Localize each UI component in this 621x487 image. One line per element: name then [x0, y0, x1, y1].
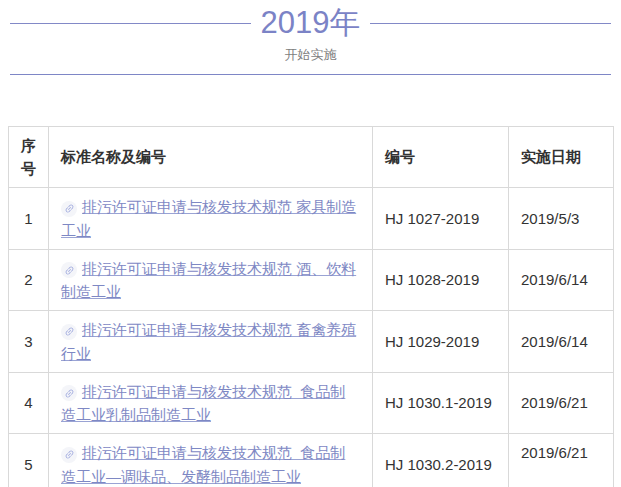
row-index-cell: 4	[9, 372, 49, 434]
page-subtitle: 开始实施	[0, 46, 621, 64]
standard-link[interactable]: 排污许可证申请与核发技术规范 畜禽养殖行业	[61, 321, 356, 361]
standard-link[interactable]: 排污许可证申请与核发技术规范 食品制造工业乳制品制造工业	[61, 383, 345, 423]
year-header: 2019年 开始实施	[0, 0, 621, 75]
header-divider	[10, 74, 611, 75]
table-header-row: 序号 标准名称及编号 编号 实施日期	[9, 126, 614, 188]
standard-link[interactable]: 排污许可证申请与核发技术规范 家具制造工业	[61, 198, 356, 238]
standard-code-cell: HJ 1030.1-2019	[373, 372, 509, 434]
standard-name-cell: 排污许可证申请与核发技术规范 酒、饮料制造工业	[49, 249, 373, 311]
page-title: 2019年	[251, 4, 371, 43]
standard-link-label: 排污许可证申请与核发技术规范 食品制造工业—调味品、发酵制品制造工业	[61, 444, 345, 484]
standard-name-cell: 排污许可证申请与核发技术规范 食品制造工业—调味品、发酵制品制造工业	[49, 434, 373, 487]
link-icon	[61, 447, 77, 463]
standard-link-label: 排污许可证申请与核发技术规范 酒、饮料制造工业	[61, 260, 356, 300]
column-header-code: 编号	[373, 126, 509, 188]
implementation-date-cell: 2019/6/14	[509, 249, 614, 311]
column-header-date: 实施日期	[509, 126, 614, 188]
title-row: 2019年	[10, 4, 611, 43]
column-header-name: 标准名称及编号	[49, 126, 373, 188]
standard-link[interactable]: 排污许可证申请与核发技术规范 食品制造工业—调味品、发酵制品制造工业	[61, 444, 345, 484]
row-index-cell: 1	[9, 188, 49, 250]
implementation-date-cell: 2019/5/3	[509, 188, 614, 250]
link-icon	[61, 385, 77, 401]
link-icon	[61, 324, 77, 340]
table-row: 3 排污许可证申请与核发技术规范 畜禽养殖行业 HJ 1029-2019 201…	[9, 311, 614, 373]
title-rule-right	[370, 23, 611, 24]
column-header-index: 序号	[9, 126, 49, 188]
standard-link[interactable]: 排污许可证申请与核发技术规范 酒、饮料制造工业	[61, 260, 356, 300]
row-index-cell: 5	[9, 434, 49, 487]
page: 2019年 开始实施 序号 标准名称及编号 编号 实施日期 1 排污许可证申请与…	[0, 0, 621, 487]
standard-code-cell: HJ 1028-2019	[373, 249, 509, 311]
implementation-date-cell: 2019/6/21	[509, 434, 614, 487]
standard-code-cell: HJ 1029-2019	[373, 311, 509, 373]
standard-name-cell: 排污许可证申请与核发技术规范 畜禽养殖行业	[49, 311, 373, 373]
link-icon	[61, 201, 77, 217]
standard-name-cell: 排污许可证申请与核发技术规范 食品制造工业乳制品制造工业	[49, 372, 373, 434]
implementation-date-cell: 2019/6/14	[509, 311, 614, 373]
standard-link-label: 排污许可证申请与核发技术规范 家具制造工业	[61, 198, 356, 238]
standard-code-cell: HJ 1027-2019	[373, 188, 509, 250]
table-row: 1 排污许可证申请与核发技术规范 家具制造工业 HJ 1027-2019 201…	[9, 188, 614, 250]
implementation-date-cell: 2019/6/21	[509, 372, 614, 434]
standard-name-cell: 排污许可证申请与核发技术规范 家具制造工业	[49, 188, 373, 250]
standards-table: 序号 标准名称及编号 编号 实施日期 1 排污许可证申请与核发技术规范 家具制造…	[8, 126, 614, 487]
standard-code-cell: HJ 1030.2-2019	[373, 434, 509, 487]
link-icon	[61, 262, 77, 278]
table-row: 2 排污许可证申请与核发技术规范 酒、饮料制造工业 HJ 1028-2019 2…	[9, 249, 614, 311]
row-index-cell: 2	[9, 249, 49, 311]
table-row: 4 排污许可证申请与核发技术规范 食品制造工业乳制品制造工业 HJ 1030.1…	[9, 372, 614, 434]
standard-link-label: 排污许可证申请与核发技术规范 食品制造工业乳制品制造工业	[61, 383, 345, 423]
row-index-cell: 3	[9, 311, 49, 373]
table-row: 5 排污许可证申请与核发技术规范 食品制造工业—调味品、发酵制品制造工业 HJ …	[9, 434, 614, 487]
title-rule-left	[10, 23, 251, 24]
standard-link-label: 排污许可证申请与核发技术规范 畜禽养殖行业	[61, 321, 356, 361]
